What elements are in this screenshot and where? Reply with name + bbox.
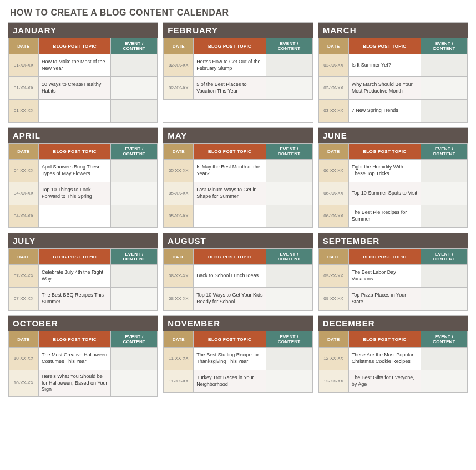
month-table: DATEBLOG POST TOPICEVENT / CONTENT09-XX-… [318,248,468,310]
table-row: 04-XX-XXTop 10 Things to Look Forward to… [9,182,158,205]
topic-cell: Top 10 Ways to Get Your Kids Ready for S… [194,288,266,310]
month-table: DATEBLOG POST TOPICEVENT / CONTENT05-XX-… [163,143,312,228]
topic-cell: The Best Pie Recipes for Summer [348,205,421,228]
event-cell [266,54,312,77]
topic-cell: April Showers Bring These Types of May F… [39,160,111,182]
topic-header: BLOG POST TOPIC [194,331,266,348]
event-cell [421,348,468,370]
table-row: 06-XX-XXFight the Humidity With These To… [318,160,467,182]
topic-header: BLOG POST TOPIC [39,331,111,348]
event-cell [421,160,468,182]
event-header: EVENT / CONTENT [111,38,158,54]
month-name: MARCH [318,23,468,38]
month-table: DATEBLOG POST TOPICEVENT / CONTENT07-XX-… [8,248,158,310]
topic-cell: Fight the Humidity With These Top Tricks [348,160,421,182]
table-row: 08-XX-XXTop 10 Ways to Get Your Kids Rea… [164,288,312,310]
topic-cell: Celebrate July 4th the Right Way [39,265,111,288]
page-title: HOW TO CREATE A BLOG CONTENT CALENDAR [10,8,470,18]
table-row: 04-XX-XX [9,205,158,228]
date-cell: 06-XX-XX [318,160,348,182]
date-cell: 09-XX-XX [318,265,348,288]
topic-cell: The Most Creative Halloween Costumes Thi… [39,348,111,370]
event-cell [111,265,158,288]
event-cell [421,370,468,393]
month-name: FEBRUARY [163,23,312,38]
date-cell: 12-XX-XX [318,348,348,370]
month-block: MARCHDATEBLOG POST TOPICEVENT / CONTENT0… [318,22,468,123]
topic-cell: Turkey Trot Races in Your Neighborhood [194,370,266,393]
topic-header: BLOG POST TOPIC [194,38,266,54]
date-cell: 11-XX-XX [164,370,194,393]
table-row: 01-XX-XXHow to Make the Most of the New … [9,54,158,77]
event-header: EVENT / CONTENT [266,249,312,265]
topic-header: BLOG POST TOPIC [348,249,421,265]
month-name: JANUARY [8,23,158,38]
month-name: JUNE [318,128,468,143]
event-header: EVENT / CONTENT [111,331,158,348]
table-row: 12-XX-XXThe Best Gifts for Everyone, by … [318,370,467,393]
month-table: DATEBLOG POST TOPICEVENT / CONTENT08-XX-… [163,248,312,310]
event-cell [266,370,312,393]
date-cell: 08-XX-XX [164,265,194,288]
table-row: 01-XX-XX [9,100,158,122]
date-cell: 05-XX-XX [164,182,194,205]
event-cell [111,182,158,205]
event-cell [421,182,468,205]
date-header: DATE [318,144,348,160]
date-cell: 02-XX-XX [164,77,194,100]
date-cell: 05-XX-XX [164,160,194,182]
date-header: DATE [164,249,194,265]
table-row: 07-XX-XXThe Best BBQ Recipes This Summer [9,288,158,310]
topic-cell [194,205,266,228]
topic-header: BLOG POST TOPIC [39,144,111,160]
event-cell [111,205,158,228]
topic-cell [39,100,111,122]
topic-cell: Back to School Lunch Ideas [194,265,266,288]
topic-cell: 10 Ways to Create Healthy Habits [39,77,111,100]
topic-cell: 5 of the Best Places to Vacation This Ye… [194,77,266,100]
event-cell [421,288,468,310]
date-cell: 01-XX-XX [9,100,39,122]
table-row: 01-XX-XX10 Ways to Create Healthy Habits [9,77,158,100]
date-cell: 01-XX-XX [9,77,39,100]
date-cell: 04-XX-XX [9,160,39,182]
table-row: 02-XX-XXHere's How to Get Out of the Feb… [164,54,312,77]
event-cell [266,288,312,310]
topic-cell: Top 10 Things to Look Forward to This Sp… [39,182,111,205]
date-cell: 07-XX-XX [9,288,39,310]
topic-cell: The Best Stuffing Recipe for Thanksgivin… [194,348,266,370]
date-header: DATE [9,249,39,265]
table-row: 05-XX-XXIs May the Best Month of the Yea… [164,160,312,182]
month-table: DATEBLOG POST TOPICEVENT / CONTENT12-XX-… [318,331,468,393]
topic-header: BLOG POST TOPIC [39,249,111,265]
month-block: OCTOBERDATEBLOG POST TOPICEVENT / CONTEN… [8,315,158,397]
month-block: JANUARYDATEBLOG POST TOPICEVENT / CONTEN… [8,22,158,123]
topic-cell: Why March Should Be Your Most Productive… [348,77,421,100]
month-block: APRILDATEBLOG POST TOPICEVENT / CONTENT0… [8,127,158,228]
date-header: DATE [164,38,194,54]
topic-cell: Is May the Best Month of the Year? [194,160,266,182]
table-row: 06-XX-XXTop 10 Summer Spots to Visit [318,182,467,205]
month-name: SEPTEMBER [318,233,468,248]
date-header: DATE [318,249,348,265]
date-header: DATE [164,331,194,348]
month-block: AUGUSTDATEBLOG POST TOPICEVENT / CONTENT… [163,233,313,311]
event-cell [266,160,312,182]
event-cell [421,54,468,77]
table-row: 03-XX-XXWhy March Should Be Your Most Pr… [318,77,467,100]
month-table: DATEBLOG POST TOPICEVENT / CONTENT02-XX-… [163,38,312,100]
event-cell [111,100,158,122]
month-block: MAYDATEBLOG POST TOPICEVENT / CONTENT05-… [163,127,313,228]
topic-cell: Here's How to Get Out of the February Sl… [194,54,266,77]
event-header: EVENT / CONTENT [421,38,468,54]
topic-cell: Top 10 Summer Spots to Visit [348,182,421,205]
date-header: DATE [9,331,39,348]
table-row: 05-XX-XXLast-Minute Ways to Get in Shape… [164,182,312,205]
date-cell: 02-XX-XX [164,54,194,77]
table-row: 05-XX-XX [164,205,312,228]
date-cell: 06-XX-XX [318,205,348,228]
topic-cell: Is It Summer Yet? [348,54,421,77]
event-cell [111,54,158,77]
date-header: DATE [318,38,348,54]
month-name: DECEMBER [318,316,468,331]
